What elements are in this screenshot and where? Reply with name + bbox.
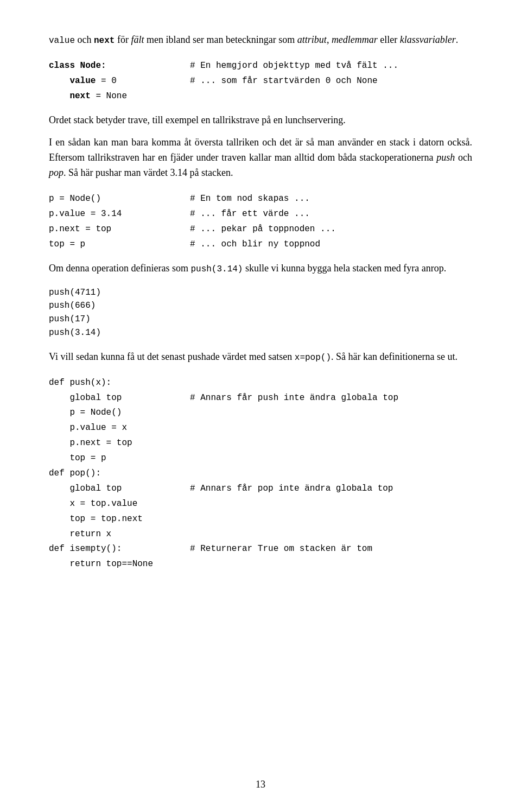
pop-global-code: global top: [49, 484, 122, 493]
p-value-comment: # ... får ett värde ...: [190, 209, 310, 219]
def-push-code: def push(x):: [49, 378, 111, 388]
push-p-value-line: p.value = x: [49, 420, 472, 435]
value-line-code: value = 0: [49, 76, 117, 86]
p-next-code: p.next = top: [49, 224, 111, 234]
isempty-comment: # Returnerar True om stacken är tom: [190, 544, 372, 554]
sa-har-text: Så här pushar man värdet 3.14 på stacken…: [68, 167, 233, 178]
push-p-next-code: p.next = top: [49, 438, 132, 448]
p-node-comment: # En tom nod skapas ...: [190, 194, 310, 204]
page: value och next för fält men ibland ser m…: [0, 0, 521, 812]
pop-global-comment: # Annars får pop inte ändra globala top: [190, 484, 393, 493]
pop-top-next-code: top = top.next: [49, 514, 143, 524]
i-en-sadan-paragraph: I en sådan kan man bara komma åt översta…: [49, 135, 472, 181]
xpop-inline: x=pop(): [295, 353, 331, 363]
value-line-comment: # ... som får startvärden 0 och None: [190, 76, 378, 86]
push-4711-code: push(4711): [49, 286, 101, 300]
def-push-pop-block: def push(x): global top # Annars får pus…: [49, 375, 472, 572]
intro-text-1: value och next för fält men ibland ser m…: [49, 34, 458, 45]
p-value-line: p.value = 3.14 # ... får ett värde ...: [49, 206, 472, 221]
pop-top-next-line: top = top.next: [49, 511, 472, 526]
push-top-p-code: top = p: [49, 453, 106, 463]
push-666-line: push(666): [49, 299, 472, 313]
vi-vill-paragraph: Vi vill sedan kunna få ut det senast pus…: [49, 350, 472, 365]
next-keyword: next: [94, 36, 115, 46]
push-4711-line: push(4711): [49, 286, 472, 300]
class-node-block: class Node: # En hemgjord objekttyp med …: [49, 58, 472, 103]
i-en-sadan-text: I en sådan kan man bara komma åt översta…: [49, 137, 472, 148]
push-call-inline: push(3.14): [190, 264, 243, 274]
def-isempty-code: def isempty():: [49, 544, 122, 554]
isempty-return-code: return top==None: [49, 559, 153, 569]
next-line-code: next = None: [49, 91, 127, 101]
push-17-code: push(17): [49, 313, 91, 326]
push-p-next-line: p.next = top: [49, 435, 472, 450]
isempty-return-line: return top==None: [49, 556, 472, 571]
push-top-p-line: top = p: [49, 450, 472, 465]
pop-return-code: return x: [49, 529, 111, 539]
node-ops-block: p = Node() # En tom nod skapas ... p.val…: [49, 191, 472, 251]
pop-global-line: global top # Annars får pop inte ändra g…: [49, 480, 472, 496]
page-number-text: 13: [256, 779, 265, 790]
def-isempty-line: def isempty(): # Returnerar True om stac…: [49, 541, 472, 556]
code-line-value: value = 0 # ... som får startvärden 0 oc…: [49, 73, 472, 88]
p-node-code: p = Node(): [49, 194, 101, 204]
push-global-line: global top # Annars får push inte ändra …: [49, 390, 472, 405]
top-p-line: top = p # ... och blir ny toppnod: [49, 236, 472, 251]
pop-return-line: return x: [49, 526, 472, 541]
pop-x-top-line: x = top.value: [49, 496, 472, 511]
push-p-node-code: p = Node(): [49, 408, 122, 417]
push-global-code: global top: [49, 393, 122, 403]
def-pop-code: def pop():: [49, 468, 101, 478]
push-314-line: push(3.14): [49, 326, 472, 340]
top-p-comment: # ... och blir ny toppnod: [190, 239, 320, 249]
p-value-code: p.value = 3.14: [49, 209, 122, 219]
pop-x-top-code: x = top.value: [49, 499, 137, 509]
code-line-next: next = None: [49, 88, 472, 103]
intro-paragraph: value och next för fält men ibland ser m…: [49, 33, 472, 48]
push-calls-block: push(4711) push(666) push(17) push(3.14): [49, 286, 472, 340]
top-p-code: top = p: [49, 239, 85, 249]
push-p-value-code: p.value = x: [49, 423, 127, 433]
push-666-code: push(666): [49, 299, 96, 313]
p-node-line: p = Node() # En tom nod skapas ...: [49, 191, 472, 206]
push-314-code: push(3.14): [49, 326, 101, 340]
vi-vill-text: Vi vill sedan kunna få ut det senast pus…: [49, 351, 458, 362]
om-denna-text: Om denna operation definieras som push(3…: [49, 263, 446, 274]
ordet-stack-paragraph: Ordet stack betyder trave, till exempel …: [49, 113, 472, 128]
p-next-comment: # ... pekar på toppnoden ...: [190, 224, 336, 234]
page-number: 13: [0, 779, 521, 790]
push-global-comment: # Annars får push inte ändra globala top: [190, 393, 398, 403]
push-17-line: push(17): [49, 313, 472, 326]
code-line-class: class Node: # En hemgjord objekttyp med …: [49, 58, 472, 73]
def-pop-line: def pop():: [49, 465, 472, 480]
push-p-node-line: p = Node(): [49, 404, 472, 420]
p-next-line: p.next = top # ... pekar på toppnoden ..…: [49, 221, 472, 236]
def-push-line: def push(x):: [49, 375, 472, 390]
value-keyword: value: [49, 36, 75, 46]
class-node-comment: # En hemgjord objekttyp med två fält ...: [190, 61, 398, 71]
om-denna-paragraph: Om denna operation definieras som push(3…: [49, 261, 472, 276]
ordet-stack-text: Ordet stack betyder trave, till exempel …: [49, 115, 346, 125]
class-node-code: class Node:: [49, 61, 106, 71]
